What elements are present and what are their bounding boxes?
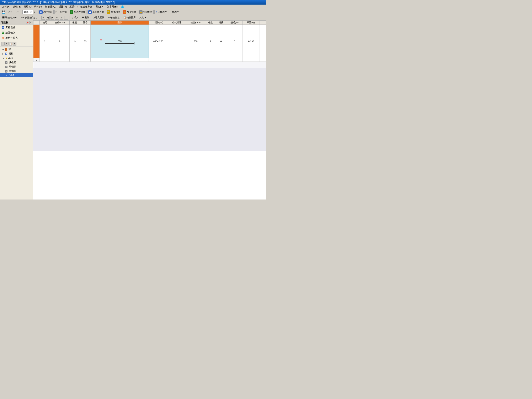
sidebar-section-settings[interactable]: ⚙ 工程设置 <box>0 25 33 30</box>
row2-figure[interactable] <box>91 58 149 62</box>
row1-shape[interactable]: 63 <box>80 25 91 58</box>
stairs-label: 楼梯 <box>8 52 13 56</box>
row1-splice[interactable]: 0 <box>216 25 226 58</box>
save-btn[interactable]: 💾 <box>1 10 6 14</box>
row2-formula[interactable] <box>149 58 168 62</box>
component-manage-btn[interactable]: ▦ 构件管理 <box>38 10 54 14</box>
sidebar-item-tiaoyan[interactable]: ⊕ 挑檐筋 <box>0 60 33 65</box>
row2-num: 2 <box>33 58 40 62</box>
lock-btn[interactable]: 🔒 锁定构件 <box>122 10 137 14</box>
col-diameter: 直径(mm) <box>50 21 70 25</box>
params-btn[interactable]: αle 参数输入(C) <box>20 16 39 20</box>
menu-floor[interactable]: 楼层(L) <box>22 5 33 9</box>
table-row[interactable]: 2 <box>33 58 266 62</box>
nav-down-btn[interactable]: ↓ <box>64 16 68 19</box>
row1-loss[interactable]: 0 <box>226 25 243 58</box>
nav-first-btn[interactable]: ⏮ <box>41 16 45 19</box>
menu-view[interactable]: 视图(V) <box>57 5 68 9</box>
row2-grade[interactable] <box>70 58 80 62</box>
nav-play-btn[interactable]: ▶ <box>51 16 54 19</box>
row1-formula[interactable]: 630+2*60 <box>149 25 168 58</box>
row1-length[interactable]: 750 <box>186 25 205 58</box>
rebar-info-label: 钢筋信息 <box>110 16 120 19</box>
menu-help[interactable]: 帮助(H) <box>95 5 106 9</box>
pile-label: 桩 <box>8 48 11 51</box>
move-down-btn[interactable]: 下移构件 <box>169 10 180 14</box>
save-component-icon: 💾 <box>88 10 92 14</box>
row2-length[interactable] <box>186 58 205 62</box>
insert-btn[interactable]: ⤵ 插入 <box>71 16 80 20</box>
sidebar-refresh-btn[interactable]: ↻ <box>13 42 16 45</box>
row1-weight[interactable]: 0.296 <box>243 25 260 58</box>
yupeng-label: 雨棚筋 <box>9 65 16 69</box>
rebar-lib-icon: 📋 <box>123 16 126 19</box>
row1-diameter[interactable]: 8 <box>50 25 70 58</box>
sidebar-item-qt1[interactable]: ⊕ QT-1 <box>0 73 33 77</box>
table-row[interactable]: 1* 2 8 Φ 63 <box>33 25 266 58</box>
col-weight: 单重(kg) <box>243 21 260 25</box>
move-up-btn[interactable]: ➤ 上移构件 <box>154 10 168 14</box>
sidebar-close-btn[interactable]: ✕ <box>29 21 32 24</box>
redo-btn[interactable]: ↪ ▼ <box>14 10 20 14</box>
rebar-lib-btn[interactable]: 📋 钢筋图库 <box>122 16 137 20</box>
sidebar-add-btn[interactable]: + <box>1 42 5 45</box>
nav-up-btn[interactable]: ↑ <box>60 16 63 19</box>
scale-btn[interactable]: ⊡ 缩尺配筋 <box>91 16 106 20</box>
floor-arrow[interactable]: ▼ <box>34 11 36 13</box>
floor-select[interactable]: 首层 <box>22 10 33 14</box>
row2-jinhao[interactable] <box>40 58 50 62</box>
menu-component[interactable]: 构件(N) <box>33 5 44 9</box>
row2-shape[interactable] <box>80 58 91 62</box>
sidebar-pin-btn[interactable]: 📌 <box>26 21 29 24</box>
row2-loss[interactable] <box>226 58 243 62</box>
svg-text:60: 60 <box>100 39 102 41</box>
row2-weight[interactable] <box>243 58 260 62</box>
menu-tools[interactable]: 工具(T) <box>68 5 79 9</box>
row1-formula-desc[interactable] <box>168 25 186 58</box>
sidebar-section-component[interactable]: ▣ 单构件输入 <box>0 35 33 40</box>
figure-area: 60 630 <box>91 25 148 57</box>
save-component-btn[interactable]: 💾 单构件存盘 <box>87 10 105 14</box>
sidebar: 导航栏 📌 ✕ ⚙ 工程设置 ✏ 绘图输入 ▣ 单构件输入 + ✕ 📋 ↻ <box>0 20 33 200</box>
pile-expand-icon: ▶ <box>2 48 4 51</box>
table-container[interactable]: 筋号 直径(mm) 级别 图号 图形 计算公式 公式描述 长度(mm) 根数 搭… <box>33 20 266 200</box>
find-btn[interactable]: 🔍 查找构件 <box>106 10 121 14</box>
row2-splice[interactable] <box>216 58 226 62</box>
row1-jinhao[interactable]: 2 <box>40 25 50 58</box>
rebar-info-btn[interactable]: ✂ 钢筋信息 <box>107 16 121 20</box>
sidebar-del-btn[interactable]: ✕ <box>5 42 8 45</box>
settings-icon: ⚙ <box>2 26 4 29</box>
sidebar-item-yupeng[interactable]: ⊕ 雨棚筋 <box>0 65 33 69</box>
sidebar-copy-btn[interactable]: 📋 <box>9 42 13 45</box>
sidebar-item-stairs[interactable]: ▶ ◨ 楼梯 <box>0 51 33 56</box>
nav-last-btn[interactable]: ⏭ <box>55 16 59 19</box>
row1-num: 1* <box>33 25 40 58</box>
menu-edit[interactable]: 编辑(E) <box>12 5 22 9</box>
unlock-btn[interactable]: 🔓 解锁构件 <box>138 10 154 14</box>
sidebar-item-other[interactable]: ▼ ★ 其它 <box>0 56 33 60</box>
sidebar-item-digou[interactable]: ⊕ 地沟梁 <box>0 69 33 73</box>
sidebar-section-draw[interactable]: ✏ 绘图输入 <box>0 30 33 35</box>
stairs-icon: ◨ <box>5 53 7 55</box>
row2-formula-desc[interactable] <box>168 58 186 62</box>
menu-version[interactable]: 版本号(B) <box>106 5 119 9</box>
undo-btn[interactable]: ↩ ▼ <box>7 10 13 14</box>
extract-label: 单构件提取 <box>74 10 85 13</box>
menu-rebar[interactable]: 钢筋量(Q) <box>44 5 57 9</box>
row1-count[interactable]: 1 <box>205 25 216 58</box>
sidebar-item-pile[interactable]: ▶ ▽ 桩 <box>0 47 33 51</box>
other-btn[interactable]: 其他 ▼ <box>138 16 148 20</box>
menu-file[interactable]: 文件(F) <box>1 5 12 9</box>
row2-count[interactable] <box>205 58 216 62</box>
extract-btn[interactable]: ↑ 单构件提取 <box>69 10 86 14</box>
pingfa-btn[interactable]: ☰ 平法输入(P) <box>1 16 19 20</box>
other-label: 其他 ▼ <box>139 16 147 19</box>
menu-online[interactable]: 在线服务(S) <box>79 5 95 9</box>
summary-btn[interactable]: Σ 汇总计算 <box>54 10 68 14</box>
row2-diameter[interactable] <box>50 58 70 62</box>
delete-btn[interactable]: ☰ 删除 <box>81 16 91 20</box>
insert-icon: ⤵ <box>72 16 73 19</box>
row1-grade[interactable]: Φ <box>70 25 80 58</box>
nav-prev-btn[interactable]: ◀ <box>46 16 50 19</box>
row1-figure[interactable]: 60 630 <box>91 25 149 58</box>
